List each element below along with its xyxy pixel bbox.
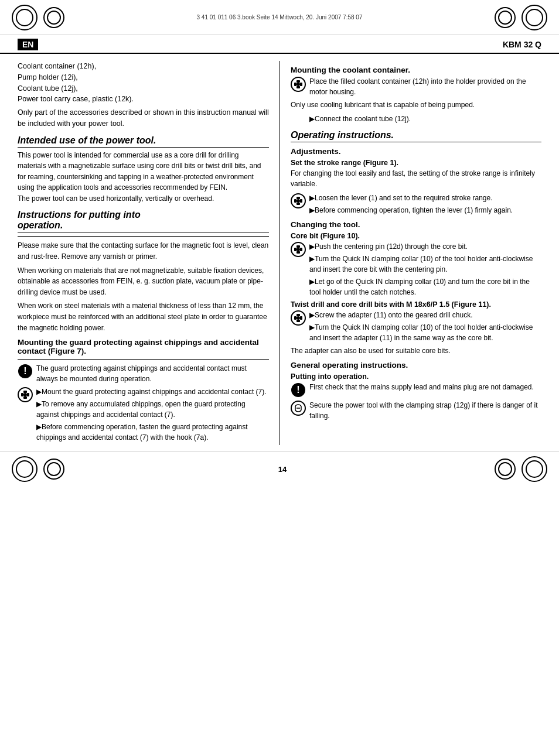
svg-rect-10 — [296, 86, 300, 88]
core-bit-step1: ▶Push the centering pin (12d) through th… — [309, 241, 541, 252]
mounting-warning-text: The guard protecting against chippings a… — [36, 363, 269, 384]
top-bar-info: 3 41 01 011 06 3.book Seite 14 Mittwoch,… — [197, 14, 363, 20]
svg-rect-6 — [27, 393, 29, 396]
twist-note: The adapter can also be used for suitabl… — [291, 345, 541, 357]
reg-mark-top-right1 — [495, 7, 516, 28]
coolant-note: Only use cooling lubricant that is capab… — [291, 100, 541, 111]
svg-rect-24 — [300, 248, 302, 251]
svg-point-25 — [296, 248, 300, 251]
reg-mark-bottom-right1 — [495, 459, 516, 480]
reg-mark-top-right — [521, 5, 547, 30]
twist-drill-heading: Twist drill and core drill bits with M 1… — [291, 300, 541, 309]
svg-rect-18 — [300, 199, 302, 203]
mounting-step2: ▶To remove any accumulated chippings, op… — [36, 399, 269, 420]
coolant-step1-row: Place the filled coolant container (12h)… — [291, 76, 541, 97]
top-bar: 3 41 01 011 06 3.book Seite 14 Mittwoch,… — [0, 0, 559, 35]
changing-tool-heading: Changing the tool. — [291, 220, 541, 229]
gear-icon-mounting-step1 — [18, 387, 33, 402]
putting-para1: Please make sure that the contacting sur… — [18, 240, 269, 262]
svg-point-19 — [296, 199, 300, 203]
strap-text: Secure the power tool with the clamping … — [309, 400, 541, 421]
svg-rect-4 — [23, 396, 27, 399]
page-number: 14 — [278, 465, 287, 474]
svg-rect-11 — [294, 83, 296, 86]
right-column: Mounting the coolant container. Place th… — [280, 61, 541, 445]
svg-rect-23 — [294, 248, 296, 251]
stroke-steps: ▶Loosen the lever (1) and set to the req… — [309, 193, 541, 215]
section-putting-into-operation: Instructions for putting intooperation. … — [18, 210, 269, 333]
putting-para3: When work on steel materials with a mate… — [18, 300, 269, 333]
svg-text:!: ! — [23, 366, 26, 376]
core-bit-heading: Core bit (Figure 10). — [291, 232, 541, 240]
svg-rect-3 — [23, 391, 27, 393]
general-operating-heading: General operating instructions. — [291, 361, 541, 370]
svg-rect-9 — [296, 80, 300, 83]
svg-rect-30 — [300, 316, 302, 320]
svg-rect-5 — [21, 393, 23, 396]
stroke-range-heading: Set the stroke range (Figure 1). — [291, 159, 541, 167]
mounting-step1-row: ▶Mount the guard protecting against chip… — [18, 386, 269, 443]
svg-rect-28 — [296, 320, 300, 322]
coolant-step1-text: Place the filled coolant container (12h)… — [309, 76, 541, 97]
model-name: KBM 32 Q — [503, 40, 541, 49]
core-bit-step3: ▶Let go of the Quick IN clamping collar … — [309, 276, 541, 297]
svg-rect-22 — [296, 251, 300, 254]
mounting-steps: ▶Mount the guard protecting against chip… — [36, 386, 269, 443]
reg-mark-bottom-right — [521, 456, 547, 482]
svg-point-7 — [23, 393, 27, 396]
gear-icon-coolant — [291, 77, 306, 92]
stroke-step2: ▶Before commencing operation, tighten th… — [309, 205, 541, 215]
intended-use-body: This power tool is intended for commerci… — [18, 150, 269, 204]
intended-use-heading: Intended use of the power tool. — [18, 135, 269, 148]
strap-row: Secure the power tool with the clamping … — [291, 400, 541, 421]
page-header: EN KBM 32 Q — [0, 35, 559, 54]
reg-mark-top-left2 — [43, 7, 64, 28]
accessory-item-1: Coolant container (12h), — [18, 61, 269, 72]
reg-mark-top-left — [12, 5, 38, 30]
page: 3 41 01 011 06 3.book Seite 14 Mittwoch,… — [0, 0, 559, 756]
reg-mark-bottom-left — [12, 456, 38, 482]
twist-step1-row: ▶Screw the adapter (11) onto the geared … — [291, 310, 541, 343]
core-bit-step1-row: ▶Push the centering pin (12d) through th… — [291, 241, 541, 297]
left-column: Coolant container (12h), Pump holder (12… — [18, 61, 280, 445]
core-bit-steps: ▶Push the centering pin (12d) through th… — [309, 241, 541, 297]
stroke-step1-row: ▶Loosen the lever (1) and set to the req… — [291, 193, 541, 215]
operating-heading: Operating instructions. — [291, 130, 541, 142]
mounting-step1: ▶Mount the guard protecting against chip… — [36, 386, 269, 397]
warning-icon: ! — [18, 364, 33, 379]
svg-rect-27 — [296, 314, 300, 316]
svg-rect-17 — [294, 199, 296, 203]
putting-into-op-heading: Putting into operation. — [291, 372, 541, 381]
hr-mounting — [18, 359, 269, 360]
mounting-warning-row: ! The guard protecting against chippings… — [18, 363, 269, 384]
adjustments-heading: Adjustments. — [291, 147, 541, 156]
gear-icon-core — [291, 242, 306, 257]
svg-point-31 — [296, 316, 300, 320]
putting-into-operation-heading: Instructions for putting intooperation. — [18, 210, 269, 232]
section-intended-use: Intended use of the power tool. This pow… — [18, 135, 269, 204]
twist-steps: ▶Screw the adapter (11) onto the geared … — [309, 310, 541, 343]
general-warning-row: ! First check that the mains supply lead… — [291, 382, 541, 398]
section-mounting-guard: Mounting the guard protecting against ch… — [18, 338, 269, 443]
main-content: Coolant container (12h), Pump holder (12… — [0, 54, 559, 445]
svg-point-13 — [296, 83, 300, 86]
mounting-step3: ▶Before commencing operation, fasten the… — [36, 422, 269, 443]
accessory-item-3: Coolant tube (12j), — [18, 83, 269, 94]
putting-para2: When working on materials that are not m… — [18, 265, 269, 298]
sub-adjustments: Adjustments. Set the stroke range (Figur… — [291, 147, 541, 215]
warning-icon-general: ! — [291, 382, 306, 398]
section-operating: Operating instructions. Adjustments. Set… — [291, 130, 541, 422]
bottom-bar: 14 — [0, 451, 559, 487]
reg-mark-bottom-left2 — [43, 459, 64, 480]
gear-icon-twist — [291, 310, 306, 326]
twist-step2: ▶Turn the Quick IN clamping collar (10) … — [309, 322, 541, 343]
svg-text:!: ! — [296, 385, 299, 395]
coolant-step2: ▶Connect the coolant tube (12j). — [309, 114, 541, 124]
svg-rect-21 — [296, 245, 300, 248]
strap-icon — [291, 401, 306, 416]
coolant-heading: Mounting the coolant container. — [291, 66, 541, 74]
accessory-list: Coolant container (12h), Pump holder (12… — [18, 61, 269, 129]
language-badge: EN — [18, 39, 38, 50]
sub-general-operating: General operating instructions. Putting … — [291, 361, 541, 421]
section-coolant: Mounting the coolant container. Place th… — [291, 66, 541, 124]
